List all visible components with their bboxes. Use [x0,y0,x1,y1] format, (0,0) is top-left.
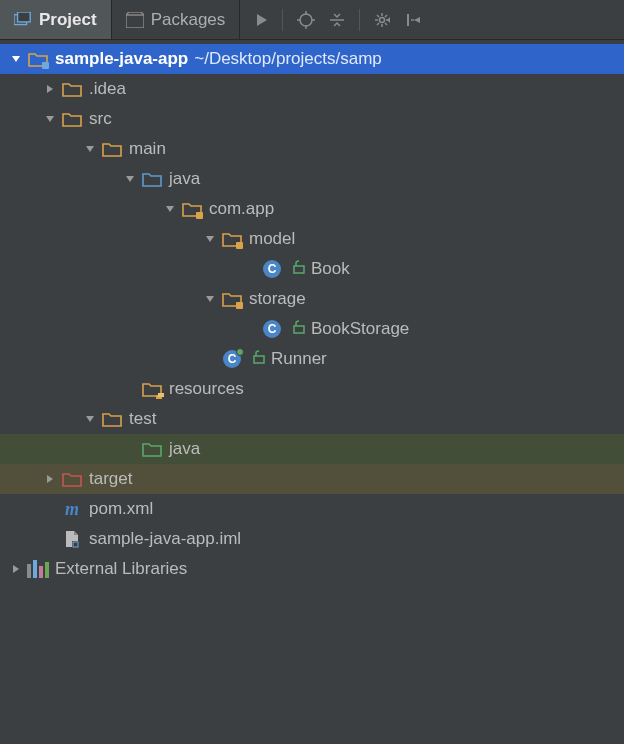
project-tree: sample-java-app ~/Desktop/projects/samp … [0,40,624,584]
tree-item-label: java [169,439,200,459]
run-button-icon[interactable] [256,13,268,27]
tree-item-label: java [169,169,200,189]
tree-item-bookstorage[interactable]: C BookStorage [0,314,624,344]
tree-item-label: resources [169,379,244,399]
tree-item-test[interactable]: test [0,404,624,434]
target-icon[interactable] [297,11,315,29]
svg-rect-1 [18,12,31,22]
unlocked-icon [293,319,305,339]
svg-point-3 [300,14,312,26]
class-icon: C [262,320,282,338]
tree-item-pom[interactable]: m pom.xml [0,494,624,524]
tree-item-label: src [89,109,112,129]
toolbar-actions [240,0,432,39]
tree-item-label: BookStorage [311,319,409,339]
expand-arrow-icon[interactable] [42,471,58,487]
expand-arrow-icon[interactable] [122,171,138,187]
expand-arrow-icon[interactable] [202,291,218,307]
project-toolbar: Project Packages [0,0,624,40]
tree-item-label: External Libraries [55,559,187,579]
tree-item-label: test [129,409,156,429]
hide-icon[interactable] [406,12,422,28]
tree-item-label: sample-java-app.iml [89,529,241,549]
expand-arrow-icon[interactable] [8,51,24,67]
folder-icon [62,80,82,98]
tree-item-book[interactable]: C Book [0,254,624,284]
tree-item-label: main [129,139,166,159]
svg-rect-21 [294,326,304,333]
package-icon [222,290,242,308]
source-folder-icon [142,170,162,188]
packages-tab-icon [126,12,144,28]
tree-item-java-main[interactable]: java [0,164,624,194]
folder-icon [28,50,48,68]
tab-project-label: Project [39,10,97,30]
library-icon [28,560,48,578]
tree-item-runner[interactable]: C Runner [0,344,624,374]
collapse-icon[interactable] [329,12,345,28]
package-icon [222,230,242,248]
tree-item-label: com.app [209,199,274,219]
svg-rect-24 [158,393,164,397]
tree-item-model[interactable]: model [0,224,624,254]
tree-root-path: ~/Desktop/projects/samp [194,49,382,69]
tree-item-label: .idea [89,79,126,99]
test-folder-icon [142,440,162,458]
folder-icon [102,410,122,428]
tree-item-resources[interactable]: resources [0,374,624,404]
tree-item-iml[interactable]: sample-java-app.iml [0,524,624,554]
folder-icon [62,110,82,128]
tree-item-label: Book [311,259,350,279]
tree-item-label: Runner [271,349,327,369]
svg-line-14 [377,15,379,17]
excluded-folder-icon [62,470,82,488]
unlocked-icon [293,259,305,279]
expand-arrow-icon[interactable] [8,561,24,577]
file-icon [62,530,82,548]
svg-rect-2 [126,15,144,28]
tree-item-storage[interactable]: storage [0,284,624,314]
tree-item-idea[interactable]: .idea [0,74,624,104]
unlocked-icon [253,349,265,369]
class-icon: C [262,260,282,278]
svg-rect-20 [294,266,304,273]
expand-arrow-icon[interactable] [162,201,178,217]
svg-line-16 [377,23,379,25]
svg-line-17 [385,15,387,17]
tree-item-external-libraries[interactable]: External Libraries [0,554,624,584]
resources-folder-icon [142,380,162,398]
svg-rect-22 [254,356,264,363]
tree-item-src[interactable]: src [0,104,624,134]
toolbar-separator [282,9,283,31]
tree-item-target[interactable]: target [0,464,624,494]
toolbar-separator [359,9,360,31]
package-icon [182,200,202,218]
tree-item-label: model [249,229,295,249]
runnable-class-icon: C [222,350,242,368]
expand-arrow-icon[interactable] [42,81,58,97]
project-tab-icon [14,12,32,28]
tab-packages[interactable]: Packages [112,0,241,39]
tree-item-main[interactable]: main [0,134,624,164]
tree-root[interactable]: sample-java-app ~/Desktop/projects/samp [0,44,624,74]
svg-point-9 [380,17,385,22]
expand-arrow-icon[interactable] [42,111,58,127]
expand-arrow-icon[interactable] [82,411,98,427]
tab-project[interactable]: Project [0,0,112,39]
expand-arrow-icon[interactable] [202,231,218,247]
tree-item-com-app[interactable]: com.app [0,194,624,224]
tree-item-label: storage [249,289,306,309]
svg-line-15 [385,23,387,25]
expand-arrow-icon[interactable] [82,141,98,157]
tree-item-label: pom.xml [89,499,153,519]
tab-packages-label: Packages [151,10,226,30]
gear-icon[interactable] [374,11,392,29]
folder-icon [102,140,122,158]
tree-item-label: target [89,469,132,489]
maven-icon: m [62,500,82,518]
tree-item-java-test[interactable]: java [0,434,624,464]
tree-root-label: sample-java-app [55,49,188,69]
